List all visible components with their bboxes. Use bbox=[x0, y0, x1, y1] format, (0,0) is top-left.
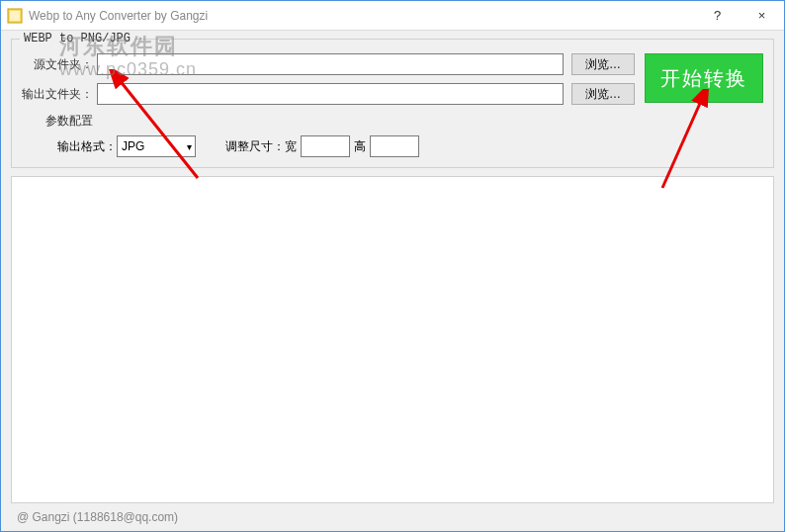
output-row: 输出文件夹： 浏览… bbox=[22, 83, 635, 105]
width-input[interactable] bbox=[301, 135, 350, 157]
format-select-wrap: JPG ▾ bbox=[117, 135, 196, 157]
close-button[interactable]: × bbox=[740, 1, 784, 31]
content-area: WEBP to PNG/JPG 源文件夹： 浏览… 输出文件夹： 浏览… 开始转… bbox=[1, 31, 784, 531]
svg-rect-1 bbox=[10, 11, 20, 21]
resize-width-label: 调整尺寸：宽 bbox=[225, 138, 297, 155]
format-label: 输出格式： bbox=[57, 138, 117, 155]
log-output[interactable] bbox=[11, 176, 774, 503]
app-icon bbox=[7, 8, 23, 24]
source-label: 源文件夹： bbox=[22, 56, 97, 73]
app-window: Webp to Any Converter by Gangzi ? × WEBP… bbox=[0, 0, 785, 532]
start-convert-button[interactable]: 开始转换 bbox=[645, 53, 763, 103]
statusbar-text: @ Gangzi (1188618@qq.com) bbox=[17, 510, 178, 524]
source-row: 源文件夹： 浏览… bbox=[22, 53, 635, 75]
help-button[interactable]: ? bbox=[695, 1, 740, 31]
titlebar-buttons: ? × bbox=[695, 1, 784, 31]
params-section-label: 参数配置 bbox=[45, 113, 635, 130]
source-input[interactable] bbox=[97, 53, 564, 75]
output-input[interactable] bbox=[97, 83, 564, 105]
format-select[interactable]: JPG bbox=[117, 135, 196, 157]
source-browse-button[interactable]: 浏览… bbox=[571, 53, 635, 75]
resize-height-label: 高 bbox=[354, 138, 366, 155]
groupbox-title: WEBP to PNG/JPG bbox=[20, 32, 134, 45]
statusbar: @ Gangzi (1188618@qq.com) bbox=[11, 507, 774, 527]
params-section: 参数配置 输出格式： JPG ▾ 调整尺寸：宽 高 bbox=[22, 113, 635, 157]
conversion-groupbox: WEBP to PNG/JPG 源文件夹： 浏览… 输出文件夹： 浏览… 开始转… bbox=[11, 39, 774, 168]
window-title: Webp to Any Converter by Gangzi bbox=[29, 9, 695, 23]
output-browse-button[interactable]: 浏览… bbox=[571, 83, 635, 105]
height-input[interactable] bbox=[370, 135, 419, 157]
titlebar: Webp to Any Converter by Gangzi ? × bbox=[1, 1, 784, 31]
output-label: 输出文件夹： bbox=[22, 86, 97, 103]
params-row: 输出格式： JPG ▾ 调整尺寸：宽 高 bbox=[57, 135, 635, 157]
